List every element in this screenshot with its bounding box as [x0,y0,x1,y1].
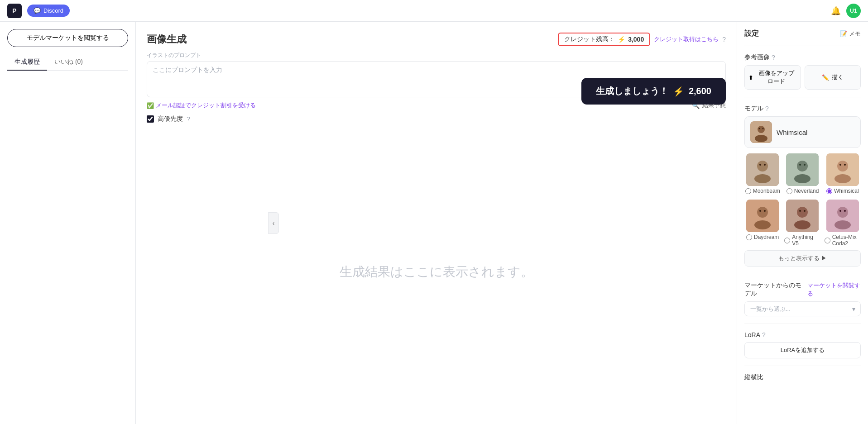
model-thumb-whimsical [826,153,859,186]
memo-icon: 📝 [840,30,847,37]
model-name-moonbeam: Moonbeam [753,188,780,194]
model-radio-row-whimsical: Whimsical [826,188,859,194]
email-verify-link[interactable]: ✅ メール認証でクレジット割引を受ける [147,101,256,110]
credit-icon: ⚡ [618,36,625,43]
result-placeholder: 生成結果はここに表示されます。 [147,130,726,413]
svg-point-29 [804,210,806,212]
model-section: モデル ? Whimsical [744,105,861,267]
svg-point-26 [797,207,808,218]
svg-point-11 [797,161,808,172]
model-radio-row-moonbeam: Moonbeam [745,188,780,194]
svg-point-1 [758,126,765,133]
generate-icon: ⚡ [673,86,684,97]
lora-section: LoRA ? LoRAを追加する [744,331,861,358]
generate-label: 生成しましょう！ [596,85,668,97]
high-priority-checkbox[interactable] [147,115,154,123]
logo-icon[interactable]: P [7,4,22,18]
model-card-whimsical[interactable]: Whimsical [825,153,861,194]
high-priority-label: 高優先度 [158,115,183,123]
memo-button[interactable]: 📝 メモ [840,30,861,38]
upload-icon: ⬆ [748,74,753,81]
panel-title: 設定 [744,29,759,38]
market-model-label: マーケットからのモデル [744,281,807,298]
model-thumb-moonbeam [746,153,779,186]
panel-header: 設定 📝 メモ [744,29,861,38]
discord-button[interactable]: 💬 Discord [27,5,70,17]
model-radio-whimsical[interactable] [826,188,832,194]
page-title: 画像生成 [147,33,187,46]
tab-history[interactable]: 生成履歴 [7,54,47,71]
svg-point-8 [759,164,761,166]
model-selected-thumb [750,121,772,143]
model-radio-neverland[interactable] [786,188,792,194]
model-name-daydream: Daydream [754,234,779,240]
model-card-neverland[interactable]: Neverland [784,153,820,194]
prompt-label: イラストのプロンプト [147,52,726,59]
image-actions: ⬆ 画像をアップロード ✏️ 描く [744,65,861,90]
model-card-anything[interactable]: Anything V5 [784,200,820,247]
svg-point-33 [839,210,841,212]
credit-amount: 3,000 [628,36,644,43]
generate-cost: 2,600 [689,86,711,96]
svg-point-6 [757,161,768,172]
svg-point-3 [759,128,760,129]
app-layout: モデルマーケットを閲覧する 生成履歴 いいね (0) ‹ 画像生成 クレジット残… [0,22,868,424]
svg-point-19 [844,164,846,166]
credit-link[interactable]: クレジット取得はこちら [654,35,719,43]
model-thumb-cetus [826,200,859,232]
svg-point-16 [837,161,848,172]
svg-point-23 [759,210,761,212]
ref-image-help-icon[interactable]: ? [772,54,775,61]
browse-market-button[interactable]: モデルマーケットを閲覧する [7,29,128,47]
model-help-icon[interactable]: ? [765,105,769,112]
divider-1 [744,46,861,46]
aspect-ratio-section: 縦横比 [744,373,861,381]
market-model-header: マーケットからのモデル マーケットを閲覧する [744,281,861,298]
svg-point-27 [794,220,810,229]
model-radio-daydream[interactable] [746,234,752,240]
avatar[interactable]: U1 [846,4,861,18]
model-radio-cetus[interactable] [825,238,830,243]
sidebar-collapse-button[interactable]: ‹ [268,212,279,234]
model-radio-row-cetus: Cetus-Mix Coda2 [825,234,861,247]
svg-point-2 [755,135,767,142]
model-name-neverland: Neverland [794,188,819,194]
right-panel: 設定 📝 メモ 参考画像 ? ⬆ 画像をアップロード ✏️ 描く [737,22,868,424]
ref-image-label: 参考画像 ? [744,53,861,62]
model-label: モデル ? [744,105,861,113]
model-selected-card[interactable]: Whimsical [744,116,861,148]
topbar-left: P 💬 Discord [7,4,70,18]
lora-add-button[interactable]: LoRAを追加する [744,342,861,358]
draw-image-button[interactable]: ✏️ 描く [805,65,861,90]
model-card-moonbeam[interactable]: Moonbeam [744,153,781,194]
model-radio-anything[interactable] [784,238,790,243]
high-priority-help-icon[interactable]: ? [187,115,190,123]
more-models-button[interactable]: もっと表示する ▶ [744,250,861,267]
svg-point-22 [754,220,771,229]
bell-icon[interactable]: 🔔 [831,6,841,16]
svg-point-28 [799,210,801,212]
model-name-whimsical: Whimsical [834,188,859,194]
discord-icon: 💬 [34,7,41,14]
svg-point-34 [844,210,846,212]
model-card-daydream[interactable]: Daydream [744,200,781,247]
lora-label: LoRA ? [744,331,861,338]
model-card-cetus[interactable]: Cetus-Mix Coda2 [825,200,861,247]
tab-likes[interactable]: いいね (0) [47,54,90,71]
topbar-right: 🔔 U1 [831,4,861,18]
svg-point-12 [794,174,810,183]
market-browse-link[interactable]: マーケットを閲覧する [807,281,861,298]
model-thumb-daydream [746,200,779,232]
model-radio-row-anything: Anything V5 [784,234,820,247]
credit-help-icon[interactable]: ? [722,36,726,43]
model-radio-moonbeam[interactable] [745,188,751,194]
credit-bar: クレジット残高： ⚡ 3,000 クレジット取得はこちら ? [558,33,726,46]
model-radio-row-daydream: Daydream [746,234,779,240]
generate-button[interactable]: 生成しましょう！ ⚡ 2,600 [581,78,726,105]
upload-image-button[interactable]: ⬆ 画像をアップロード [744,65,801,90]
svg-point-17 [834,174,851,183]
tabs: 生成履歴 いいね (0) [7,54,128,71]
lora-help-icon[interactable]: ? [762,331,766,338]
divider-2 [744,97,861,97]
market-model-select[interactable]: 一覧から選ぶ... [744,301,861,316]
